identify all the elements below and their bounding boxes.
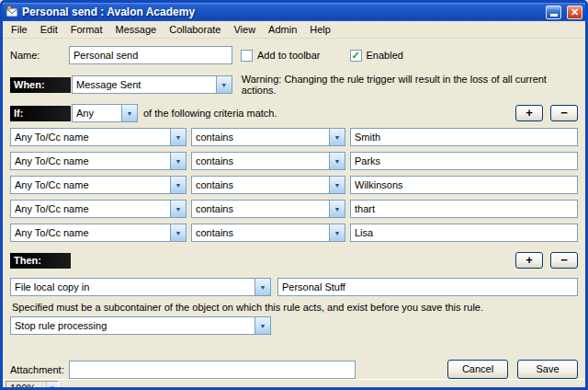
criteria-operator-select[interactable]: contains ▼ (191, 128, 345, 146)
statusbar: 100% ▼ (3, 379, 585, 390)
if-row: If: Any ▼ of the following criteria matc… (10, 104, 578, 122)
enabled-group: ✓ Enabled (350, 50, 403, 62)
close-button[interactable]: ✕ (567, 6, 582, 19)
criteria-value-input[interactable] (350, 128, 578, 146)
attachment-row: Attachment: Cancel Save (10, 360, 578, 379)
criteria-value-input[interactable] (350, 152, 578, 170)
menu-item-help[interactable]: Help (303, 22, 337, 38)
add-to-toolbar-checkbox[interactable] (241, 50, 253, 62)
if-add-criteria-button[interactable]: + (515, 105, 543, 121)
name-label: Name: (10, 50, 69, 61)
criteria-field-select[interactable]: Any To/Cc name ▼ (10, 200, 187, 218)
criteria-value-input[interactable] (350, 224, 578, 242)
chevron-down-icon: ▼ (329, 177, 345, 193)
titlebar: Personal send : Avalon Academy ✕ (3, 3, 585, 21)
window-icon (6, 6, 18, 18)
chevron-down-icon: ▼ (254, 317, 270, 334)
criteria-operator-select[interactable]: contains ▼ (191, 152, 345, 170)
criteria-operator-select[interactable]: contains ▼ (191, 176, 345, 194)
name-input[interactable] (69, 46, 232, 64)
criteria-field-select[interactable]: Any To/Cc name ▼ (10, 128, 187, 146)
if-match-select[interactable]: Any ▼ (72, 104, 138, 122)
note-row: Specified must be a subcontainer of the … (10, 302, 578, 313)
save-button[interactable]: Save (517, 360, 578, 379)
chevron-down-icon: ▼ (170, 129, 186, 145)
when-select[interactable]: Message Sent ▼ (72, 75, 232, 94)
chevron-down-icon: ▼ (329, 153, 345, 169)
action-type-select[interactable]: File local copy in ▼ (10, 278, 271, 296)
chevron-down-icon: ▼ (216, 76, 232, 93)
criteria-value-input[interactable] (350, 200, 578, 218)
enabled-checkbox[interactable]: ✓ (350, 50, 362, 62)
menu-item-view[interactable]: View (227, 22, 262, 38)
criteria-row: Any To/Cc name ▼ contains ▼ (10, 200, 578, 218)
zoom-select[interactable]: 100% ▼ (6, 381, 59, 390)
name-row: Name: Add to toolbar ✓ Enabled (10, 46, 578, 64)
chevron-down-icon: ▼ (329, 201, 345, 217)
minimize-button[interactable] (546, 6, 561, 19)
criteria-row: Any To/Cc name ▼ contains ▼ (10, 152, 578, 170)
add-to-toolbar-label: Add to toolbar (257, 50, 321, 61)
menu-item-format[interactable]: Format (64, 22, 109, 38)
chevron-down-icon: ▼ (121, 105, 137, 121)
cancel-button[interactable]: Cancel (447, 360, 508, 379)
chevron-down-icon: ▼ (170, 177, 186, 193)
enabled-label: Enabled (367, 50, 403, 61)
zoom-value: 100% (10, 383, 36, 390)
when-row: When: Message Sent ▼ Warning: Changing t… (10, 74, 578, 96)
if-section-label: If: (10, 106, 71, 121)
menu-item-edit[interactable]: Edit (34, 22, 64, 38)
criteria-operator-select[interactable]: contains ▼ (191, 224, 345, 242)
if-remove-criteria-button[interactable]: − (550, 105, 578, 121)
chevron-down-icon: ▼ (170, 224, 186, 241)
action-note-text: Specified must be a subcontainer of the … (10, 302, 483, 313)
check-icon: ✓ (351, 51, 359, 61)
then-remove-action-button[interactable]: − (550, 252, 578, 269)
then-row: Then: + − (10, 252, 578, 269)
chevron-down-icon: ▼ (170, 201, 186, 217)
window: Personal send : Avalon Academy ✕ File Ed… (0, 0, 588, 390)
minimize-icon (550, 14, 558, 17)
action-value-input[interactable] (277, 278, 578, 296)
close-icon: ✕ (571, 6, 579, 18)
criteria-field-select[interactable]: Any To/Cc name ▼ (10, 224, 187, 242)
attachment-label: Attachment: (10, 364, 69, 375)
dialog-body: Name: Add to toolbar ✓ Enabled When: Mes… (3, 39, 585, 379)
criteria-row: Any To/Cc name ▼ contains ▼ (10, 128, 578, 146)
when-warning-text: Warning: Changing the rule trigger will … (242, 74, 578, 96)
chevron-down-icon: ▼ (329, 224, 345, 241)
menubar: File Edit Format Message Collaborate Vie… (3, 21, 585, 39)
if-match-suffix: of the following criteria match. (143, 108, 277, 119)
chevron-down-icon: ▼ (254, 279, 270, 295)
action-row: File local copy in ▼ (10, 278, 578, 296)
criteria-row: Any To/Cc name ▼ contains ▼ (10, 176, 578, 194)
menu-item-message[interactable]: Message (109, 22, 164, 38)
menu-item-file[interactable]: File (5, 22, 34, 38)
criteria-row: Any To/Cc name ▼ contains ▼ (10, 224, 578, 242)
chevron-down-icon: ▼ (46, 382, 58, 390)
chevron-down-icon: ▼ (170, 153, 186, 169)
menu-item-admin[interactable]: Admin (262, 22, 303, 38)
criteria-field-select[interactable]: Any To/Cc name ▼ (10, 152, 187, 170)
menu-item-collaborate[interactable]: Collaborate (163, 22, 227, 38)
then-section-label: Then: (10, 253, 71, 269)
resize-grip[interactable] (571, 384, 583, 390)
criteria-operator-select[interactable]: contains ▼ (191, 200, 345, 218)
add-to-toolbar-group: Add to toolbar (241, 50, 321, 62)
when-section-label: When: (10, 77, 71, 93)
attachment-input[interactable] (69, 361, 356, 379)
window-title: Personal send : Avalon Academy (22, 6, 540, 18)
criteria-value-input[interactable] (350, 176, 578, 194)
criteria-field-select[interactable]: Any To/Cc name ▼ (10, 176, 187, 194)
stop-row: Stop rule processing ▼ (10, 316, 578, 335)
chevron-down-icon: ▼ (329, 129, 345, 145)
then-add-action-button[interactable]: + (515, 252, 543, 269)
stop-action-select[interactable]: Stop rule processing ▼ (10, 316, 271, 335)
